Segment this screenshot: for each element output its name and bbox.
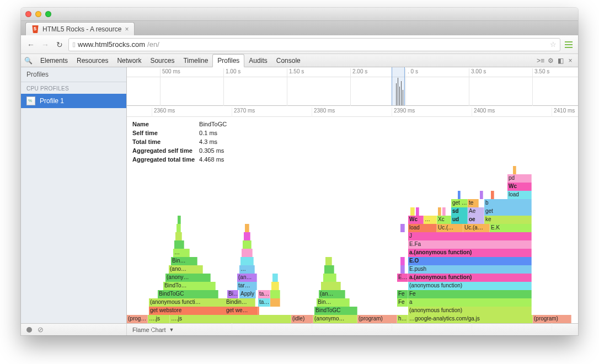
console-toggle-icon[interactable]: >≡ — [536, 57, 545, 65]
flame-frame[interactable]: Fe — [397, 290, 408, 298]
flame-frame[interactable] — [513, 166, 516, 174]
flame-frame[interactable]: (ano… — [169, 265, 203, 274]
flame-frame[interactable]: get … — [451, 199, 468, 207]
flame-frame[interactable]: (program) — [357, 315, 397, 323]
flame-frame[interactable]: Uc.(… — [437, 224, 463, 232]
flame-frame[interactable] — [323, 274, 336, 282]
flame-frame[interactable]: E.push — [408, 265, 532, 274]
flame-frame[interactable] — [400, 224, 405, 232]
flame-frame[interactable]: (anonymo… — [313, 315, 357, 323]
flame-frame[interactable] — [177, 224, 181, 232]
chrome-menu-button[interactable] — [564, 40, 574, 49]
flame-frame[interactable]: E.Fa — [408, 240, 532, 249]
flame-frame[interactable]: ta… — [258, 290, 270, 298]
flame-frame[interactable]: Bin… — [171, 257, 197, 265]
flame-frame[interactable]: (anony… — [165, 274, 211, 282]
clear-button[interactable]: ⊘ — [38, 325, 44, 334]
flame-frame[interactable]: a.(anonymous function) — [408, 249, 532, 257]
flame-frame[interactable] — [400, 257, 405, 265]
back-button[interactable]: ← — [25, 40, 36, 49]
flame-frame[interactable]: te — [468, 199, 479, 207]
address-bar[interactable]: ▯ www.html5rocks.com/en/ ☆ — [68, 38, 560, 51]
flame-frame[interactable] — [321, 282, 341, 290]
flame-frame[interactable] — [458, 191, 461, 199]
flame-frame[interactable]: Bi… — [227, 290, 238, 298]
flame-frame[interactable]: (anonymous function) — [408, 307, 532, 315]
flame-frame[interactable] — [410, 207, 415, 216]
flame-frame[interactable]: ….js — [170, 315, 291, 323]
flame-frame[interactable]: oe — [468, 216, 484, 224]
flame-frame[interactable]: (an… — [237, 274, 257, 282]
flame-frame[interactable]: get we… — [225, 307, 258, 315]
flame-frame[interactable]: Bindin… — [225, 298, 255, 307]
flame-frame[interactable] — [272, 274, 278, 282]
flame-frame[interactable] — [491, 191, 494, 199]
flame-frame[interactable]: … — [424, 216, 437, 224]
flame-frame[interactable]: Wc — [408, 216, 424, 224]
flame-frame[interactable] — [242, 249, 253, 257]
flame-frame[interactable]: E… — [397, 274, 408, 282]
flame-frame[interactable]: Fe — [397, 298, 408, 307]
minimize-window-button[interactable] — [35, 11, 41, 17]
flame-frame[interactable]: Ae — [468, 207, 484, 216]
flame-frame[interactable]: tar… — [237, 282, 257, 290]
flame-frame[interactable] — [244, 232, 250, 240]
flame-frame[interactable]: Fe — [408, 290, 532, 298]
reload-button[interactable]: ↻ — [54, 40, 65, 49]
flame-frame[interactable]: BindToGC — [158, 290, 218, 298]
flame-frame[interactable]: Uc.(a… — [463, 224, 490, 232]
devtools-tab-console[interactable]: Console — [272, 55, 305, 67]
flame-frame[interactable]: E.O — [408, 257, 532, 265]
flame-frame[interactable]: (anonymous function) — [408, 282, 532, 290]
flame-frame[interactable]: (prog… — [127, 315, 148, 323]
flame-frame[interactable] — [240, 257, 254, 265]
flame-frame[interactable] — [243, 240, 252, 249]
flame-frame[interactable]: ud — [451, 216, 468, 224]
flame-frame[interactable]: ….js — [148, 315, 170, 323]
devtools-tab-timeline[interactable]: Timeline — [179, 55, 212, 67]
close-tab-icon[interactable]: × — [125, 25, 129, 33]
flame-frame[interactable]: … — [173, 249, 190, 257]
sidebar-item-profile-1[interactable]: Profile 1 — [21, 94, 126, 108]
flame-frame[interactable]: E.K — [490, 224, 532, 232]
flame-frame[interactable] — [270, 298, 280, 307]
flame-frame[interactable]: h… — [397, 315, 408, 323]
close-window-button[interactable] — [25, 11, 31, 17]
settings-gear-icon[interactable]: ⚙ — [546, 57, 555, 65]
flame-frame[interactable] — [270, 290, 280, 298]
flame-frame[interactable]: …google-analytics.com/ga.js — [408, 315, 533, 323]
flame-frame[interactable]: a — [408, 298, 532, 307]
flame-frame[interactable]: (program) — [533, 315, 571, 323]
flame-frame[interactable] — [416, 207, 419, 216]
flame-frame[interactable]: ke — [484, 216, 532, 224]
flame-frame[interactable] — [271, 282, 279, 290]
flame-frame[interactable]: b — [484, 199, 532, 207]
bookmark-star-icon[interactable]: ☆ — [550, 40, 557, 49]
flame-frame[interactable]: (idle) — [291, 315, 313, 323]
flame-frame[interactable] — [438, 207, 441, 216]
flame-frame[interactable]: Xc — [437, 216, 451, 224]
flame-frame[interactable] — [480, 191, 483, 199]
record-button[interactable] — [26, 327, 32, 333]
flame-chart[interactable]: NameBindToGCSelf time0.1 msTotal time4.3… — [127, 117, 578, 323]
flame-frame[interactable] — [245, 224, 249, 232]
flame-frame[interactable]: BindToGC — [314, 307, 357, 315]
flame-frame[interactable]: a.(anonymous function) — [408, 274, 532, 282]
flame-frame[interactable]: get — [484, 207, 532, 216]
view-mode-selector[interactable]: Flame Chart ▼ — [127, 326, 179, 333]
flame-frame[interactable] — [400, 265, 405, 274]
search-icon[interactable]: 🔍 — [24, 57, 33, 65]
overview-timeline[interactable]: 500 ms1.00 s1.50 s2.00 s. 0 s3.00 s3.50 … — [127, 67, 578, 106]
flame-frame[interactable]: (an… — [319, 290, 345, 298]
close-devtools-icon[interactable]: × — [566, 57, 575, 65]
devtools-tab-audits[interactable]: Audits — [244, 55, 271, 67]
devtools-tab-network[interactable]: Network — [113, 55, 146, 67]
flame-frame[interactable]: ta… — [258, 298, 270, 307]
flame-frame[interactable]: J — [408, 232, 532, 240]
flame-frame[interactable]: load — [507, 191, 532, 199]
zoom-window-button[interactable] — [45, 11, 51, 17]
flame-frame[interactable] — [174, 240, 184, 249]
browser-tab[interactable]: HTML5 Rocks - A resource × — [25, 22, 135, 35]
flame-frame[interactable]: pd — [507, 174, 532, 183]
flame-frame[interactable]: load — [408, 224, 437, 232]
